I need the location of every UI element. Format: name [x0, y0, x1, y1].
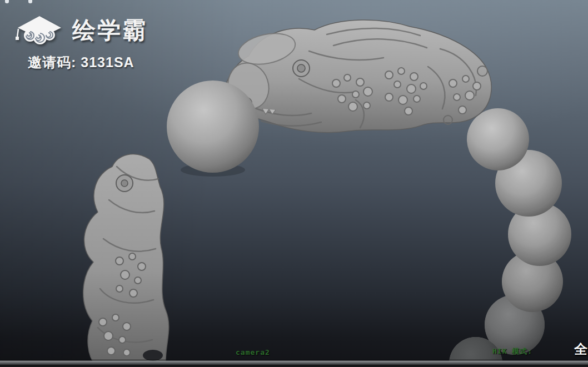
- carved-head-top[interactable]: [221, 20, 491, 133]
- bead-sphere[interactable]: [467, 108, 529, 170]
- watermark: 绘学霸 邀请码: 3131SA: [16, 14, 147, 72]
- large-bead-sphere[interactable]: [167, 81, 259, 177]
- bottom-bar-edge: [0, 365, 588, 367]
- cropped-glyph-fragment: [28, 0, 32, 3]
- carved-strand-left[interactable]: [83, 154, 169, 365]
- bottom-bar: [0, 360, 588, 367]
- hud-camera-name: camera2: [236, 348, 270, 356]
- viewport[interactable]: 绘学霸 邀请码: 3131SA camera2 HIK 模式: 全: [0, 0, 588, 367]
- cropped-glyph-fragment: [5, 0, 9, 3]
- bottom-scrollbar[interactable]: [0, 360, 588, 365]
- bead-chain[interactable]: [449, 108, 571, 367]
- hud-corner-label: 全: [574, 343, 587, 356]
- brand-name: 绘学霸: [72, 19, 147, 42]
- invite-code: 邀请码: 3131SA: [28, 53, 147, 72]
- hud-mode-label: HIK 模式:: [492, 346, 532, 356]
- graduation-cap-cloud-icon: [16, 14, 63, 47]
